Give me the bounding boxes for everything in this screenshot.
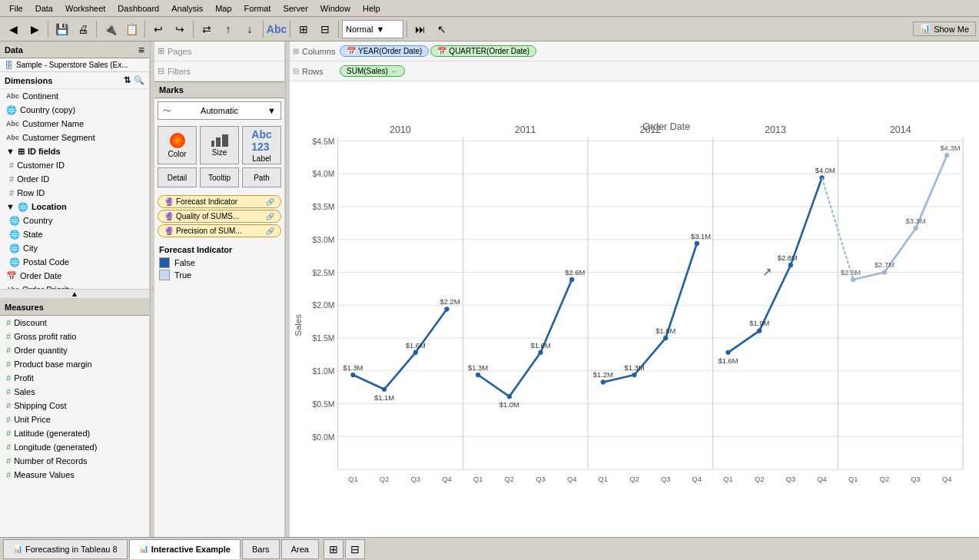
svg-rect-0 xyxy=(290,117,979,502)
dimensions-search[interactable]: 🔍 xyxy=(134,75,144,85)
menu-worksheet[interactable]: Worksheet xyxy=(59,2,111,15)
svg-point-89 xyxy=(913,226,918,230)
dim-row-id[interactable]: #Row ID xyxy=(0,186,149,200)
svg-text:Q3: Q3 xyxy=(786,476,796,483)
dim-group-id-fields[interactable]: ▼⊞ID fields xyxy=(0,144,149,158)
measure-product-margin[interactable]: #Product base margin xyxy=(0,357,149,371)
measure-unit-price[interactable]: #Unit Price xyxy=(0,413,149,426)
svg-text:Sales: Sales xyxy=(294,314,303,336)
chart-panel: ⊞ Columns 📅 YEAR(Order Date) 📅 QUARTER(O… xyxy=(290,41,979,537)
show-me-button[interactable]: 📊 Show Me xyxy=(913,22,976,36)
menu-map[interactable]: Map xyxy=(209,2,237,15)
measure-shipping[interactable]: #Shipping Cost xyxy=(0,399,149,413)
precision-sum-pill[interactable]: 🔮 Precision of SUM... 🔗 xyxy=(158,224,281,237)
duplicate-sheet-btn[interactable]: ⊟ xyxy=(345,539,365,559)
tooltip-btn[interactable]: Tooltip xyxy=(200,167,239,187)
toolbar-sort-asc[interactable]: ↑ xyxy=(218,19,238,39)
toolbar-view1[interactable]: ⊞ xyxy=(294,19,314,39)
dim-order-id[interactable]: #Order ID xyxy=(0,172,149,186)
svg-text:$4.0M: $4.0M xyxy=(815,167,835,174)
svg-text:$1.3M: $1.3M xyxy=(624,364,644,372)
measure-values[interactable]: #Measure Values xyxy=(0,468,149,482)
measure-profit[interactable]: #Profit xyxy=(0,371,149,385)
measure-num-records[interactable]: #Number of Records xyxy=(0,454,149,468)
dim-scroll-up[interactable]: ▲ xyxy=(0,289,149,299)
col-pill-quarter[interactable]: 📅 QUARTER(Order Date) xyxy=(430,45,536,57)
tab-bar: 📊 Forecasting in Tableau 8 📊 Interactive… xyxy=(0,537,979,560)
tab-area[interactable]: Area xyxy=(281,539,319,559)
toolbar-save[interactable]: 💾 xyxy=(51,19,71,39)
dim-state[interactable]: 🌐State xyxy=(0,227,149,241)
legend-false-swatch xyxy=(159,257,170,268)
dimensions-sort[interactable]: ⇅ xyxy=(124,75,131,85)
toolbar-datasource[interactable]: 📋 xyxy=(121,19,141,39)
toolbar-print[interactable]: 🖨 xyxy=(73,19,93,39)
data-panel-expand[interactable]: ≡ xyxy=(138,44,144,56)
svg-text:Q4: Q4 xyxy=(567,476,577,483)
col-pill-year[interactable]: 📅 YEAR(Order Date) xyxy=(340,45,429,57)
svg-point-80 xyxy=(757,329,762,333)
dim-country-copy[interactable]: 🌐Country (copy) xyxy=(0,103,149,117)
legend-true-swatch xyxy=(159,270,170,280)
toolbar-sort-desc[interactable]: ↓ xyxy=(240,19,260,39)
menu-format[interactable]: Format xyxy=(238,2,277,15)
forecast-legend-title: Forecast Indicator xyxy=(159,245,280,254)
toolbar-back[interactable]: ◀ xyxy=(3,19,23,39)
menu-file[interactable]: File xyxy=(3,2,29,15)
tab-bars[interactable]: Bars xyxy=(242,539,280,559)
menu-help[interactable]: Help xyxy=(357,2,387,15)
dim-country[interactable]: 🌐Country xyxy=(0,214,149,227)
menu-window[interactable]: Window xyxy=(314,2,357,15)
menu-data[interactable]: Data xyxy=(29,2,59,15)
new-sheet-btn[interactable]: ⊞ xyxy=(324,539,343,559)
menu-dashboard[interactable]: Dashboard xyxy=(111,2,165,15)
dim-city[interactable]: 🌐City xyxy=(0,241,149,255)
dim-customer-segment[interactable]: AbcCustomer Segment xyxy=(0,131,149,144)
toolbar-end[interactable]: ⏭ xyxy=(410,19,430,39)
toolbar-undo[interactable]: ↩ xyxy=(148,19,168,39)
detail-btn[interactable]: Detail xyxy=(158,167,197,187)
tab-interactive-example[interactable]: 📊 Interactive Example xyxy=(129,539,241,559)
path-btn[interactable]: Path xyxy=(242,167,281,187)
dim-group-location[interactable]: ▼🌐Location xyxy=(0,200,149,214)
measure-sales[interactable]: #Sales xyxy=(0,385,149,399)
rows-shelf: ⊟ Rows SUM(Sales) ↔ xyxy=(290,61,979,81)
measure-discount[interactable]: #Discount xyxy=(0,316,149,330)
mode-dropdown[interactable]: Normal ▼ xyxy=(342,20,403,38)
mark-size-btn[interactable]: Size xyxy=(200,126,239,164)
svg-text:$1.2M: $1.2M xyxy=(593,371,613,379)
dim-order-date[interactable]: 📅Order Date xyxy=(0,269,149,283)
svg-text:Q3: Q3 xyxy=(911,476,921,483)
marks-type-dropdown[interactable]: 〜 Automatic ▼ xyxy=(158,101,281,120)
menu-analysis[interactable]: Analysis xyxy=(165,2,209,15)
toolbar-pointer[interactable]: ↖ xyxy=(432,19,452,39)
dim-customer-name[interactable]: AbcCustomer Name xyxy=(0,117,149,131)
measure-longitude[interactable]: #Longitude (generated) xyxy=(0,440,149,454)
toolbar-forward[interactable]: ▶ xyxy=(25,19,45,39)
quality-sum-pill[interactable]: 🔮 Quality of SUMS... 🔗 xyxy=(158,210,281,223)
dim-postal-code[interactable]: 🌐Postal Code xyxy=(0,255,149,269)
tab-icons: ⊞ ⊟ xyxy=(324,539,365,559)
forecast-indicator-pill[interactable]: 🔮 Forecast Indicator 🔗 xyxy=(158,195,281,208)
menu-server[interactable]: Server xyxy=(277,2,314,15)
tab-forecasting[interactable]: 📊 Forecasting in Tableau 8 xyxy=(3,539,128,559)
toolbar-redo[interactable]: ↪ xyxy=(170,19,190,39)
toolbar-view2[interactable]: ⊟ xyxy=(315,19,335,39)
svg-text:Q4: Q4 xyxy=(692,476,702,483)
row-pill-sales[interactable]: SUM(Sales) ↔ xyxy=(340,65,405,77)
svg-text:Q1: Q1 xyxy=(848,476,858,483)
data-source-item[interactable]: 🗄 Sample - Superstore Sales (Ex... xyxy=(0,58,149,72)
toolbar-connect[interactable]: 🔌 xyxy=(100,19,120,39)
toolbar-highlight[interactable]: Abc xyxy=(267,19,287,39)
dim-continent[interactable]: AbcContinent xyxy=(0,89,149,103)
measure-gross-profit[interactable]: #Gross profit ratio xyxy=(0,330,149,343)
measure-order-qty[interactable]: #Order quantity xyxy=(0,343,149,357)
dimensions-section-header: Dimensions ⇅ 🔍 xyxy=(0,72,149,89)
dim-customer-id[interactable]: #Customer ID xyxy=(0,158,149,172)
dim-order-priority[interactable]: AbcOrder Priority xyxy=(0,283,149,289)
toolbar-swap[interactable]: ⇄ xyxy=(197,19,217,39)
measure-latitude[interactable]: #Latitude (generated) xyxy=(0,426,149,440)
mark-label-btn[interactable]: Abc123 Label xyxy=(242,126,281,164)
svg-text:$1.5M: $1.5M xyxy=(312,334,334,343)
mark-color-btn[interactable]: Color xyxy=(158,126,197,164)
